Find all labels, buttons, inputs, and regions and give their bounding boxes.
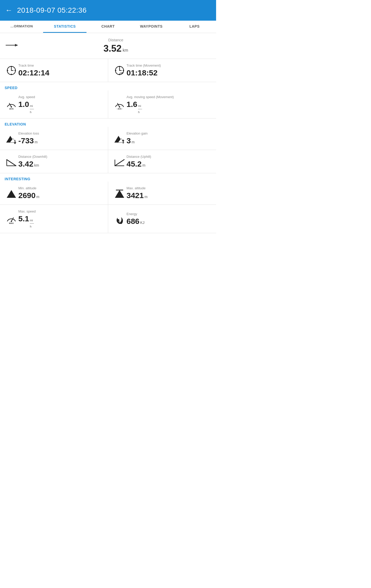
- elevation-row: Elevation loss -733 m Elevation gain: [0, 127, 216, 150]
- speed-section-header: SPEED: [0, 82, 216, 90]
- svg-marker-39: [115, 190, 124, 198]
- distance-downhill-label: Distance (Downhill): [18, 155, 104, 159]
- statistics-content: Distance 3.52 km Trac: [0, 33, 216, 233]
- avg-speed-cell: AVG Avg. speed 1.0 mi ── h: [0, 90, 108, 118]
- min-altitude-cell: Min. altitude 2690 m: [0, 182, 108, 205]
- elevation-gain-icon: [112, 133, 127, 144]
- track-time-label: Track time: [18, 64, 104, 67]
- min-altitude-label: Min. altitude: [18, 186, 104, 190]
- distance-icon: [5, 43, 21, 49]
- track-time-data: Track time 02:12:14: [18, 64, 104, 77]
- elevation-gain-value: 3 m: [127, 136, 212, 145]
- max-altitude-value: 3421 m: [127, 191, 212, 200]
- clock-movement-icon: [112, 65, 127, 76]
- svg-point-22: [119, 106, 120, 108]
- interesting-section-header: INTERESTING: [0, 173, 216, 182]
- track-time-movement-value: 01:18:52: [127, 68, 212, 77]
- elevation-gain-data: Elevation gain 3 m: [127, 131, 212, 145]
- distance-info: Distance 3.52 km: [21, 38, 211, 54]
- energy-label: Energy: [127, 212, 212, 216]
- avg-speed-icon: AVG: [4, 98, 18, 111]
- distance-uphill-cell: Distance (Uphill) 45.2 m: [108, 150, 216, 173]
- max-speed-value: 5.1 mi ── h: [18, 214, 104, 228]
- distance-value: 3.52 km: [21, 43, 211, 54]
- avg-moving-speed-cell: →AVG→ Avg. moving speed (Movement) 1.6 m…: [108, 90, 216, 118]
- avg-moving-speed-value: 1.6 mi ── h: [127, 100, 212, 114]
- track-time-row: Track time 02:12:14: [0, 59, 216, 82]
- tab-statistics[interactable]: STATISTICS: [43, 21, 86, 33]
- avg-moving-speed-data: Avg. moving speed (Movement) 1.6 mi ── h: [127, 95, 212, 114]
- min-altitude-data: Min. altitude 2690 m: [18, 186, 104, 200]
- elevation-gain-cell: Elevation gain 3 m: [108, 127, 216, 150]
- elevation-loss-data: Elevation loss -733 m: [18, 131, 104, 145]
- svg-point-12: [115, 70, 116, 71]
- max-altitude-label: Max. altitude: [127, 186, 212, 190]
- svg-point-44: [119, 220, 121, 222]
- svg-marker-38: [7, 190, 16, 198]
- energy-icon: [112, 213, 127, 224]
- header-title: 2018-09-07 05:22:36: [17, 6, 87, 14]
- track-time-movement-cell: Track time (Movement) 01:18:52: [108, 59, 216, 82]
- svg-line-35: [115, 160, 124, 166]
- distance-row: Distance 3.52 km: [0, 33, 216, 59]
- clock-icon: [4, 65, 18, 76]
- speed-energy-row: MAX Max. speed 5.1 mi ── h: [0, 205, 216, 233]
- distance-label: Distance: [21, 38, 211, 42]
- track-time-cell: Track time 02:12:14: [0, 59, 108, 82]
- svg-marker-27: [14, 143, 16, 144]
- max-altitude-cell: Max. altitude 3421 m: [108, 182, 216, 205]
- header: ← 2018-09-07 05:22:36: [0, 0, 216, 21]
- max-altitude-icon: [112, 187, 127, 199]
- speed-row: AVG Avg. speed 1.0 mi ── h: [0, 90, 216, 119]
- max-altitude-data: Max. altitude 3421 m: [127, 186, 212, 200]
- uphill-icon: [112, 156, 127, 167]
- tab-chart[interactable]: CHART: [86, 21, 130, 33]
- svg-point-19: [11, 106, 12, 108]
- tab-information[interactable]: …ORMATION: [0, 21, 43, 33]
- distance-downhill-data: Distance (Downhill) 3.42 km: [18, 155, 104, 168]
- svg-text:→AVG→: →AVG→: [116, 108, 123, 110]
- svg-point-8: [11, 74, 12, 75]
- distance-slope-row: Distance (Downhill) 3.42 km Distance (Up…: [0, 150, 216, 173]
- svg-marker-1: [15, 44, 18, 46]
- max-speed-cell: MAX Max. speed 5.1 mi ── h: [0, 205, 108, 233]
- min-altitude-value: 2690 m: [18, 191, 104, 200]
- elevation-loss-cell: Elevation loss -733 m: [0, 127, 108, 150]
- track-time-value: 02:12:14: [18, 68, 104, 77]
- downhill-icon: [4, 156, 18, 167]
- max-speed-data: Max. speed 5.1 mi ── h: [18, 209, 104, 228]
- elevation-section-header: ELEVATION: [0, 119, 216, 127]
- svg-text:AVG: AVG: [9, 108, 13, 110]
- svg-line-32: [7, 160, 16, 166]
- elevation-gain-label: Elevation gain: [127, 131, 212, 135]
- energy-data: Energy 686 KJ: [127, 212, 212, 226]
- elevation-loss-value: -733 m: [18, 136, 104, 145]
- svg-point-13: [123, 70, 124, 71]
- distance-uphill-value: 45.2 m: [127, 160, 212, 168]
- avg-speed-label: Avg. speed: [18, 95, 104, 99]
- avg-moving-speed-label: Avg. moving speed (Movement): [127, 95, 212, 99]
- min-altitude-icon: [4, 187, 18, 199]
- altitude-row: Min. altitude 2690 m Max. altitude 3421: [0, 182, 216, 205]
- max-speed-label: Max. speed: [18, 209, 104, 213]
- energy-value: 686 KJ: [127, 217, 212, 226]
- svg-point-7: [11, 66, 12, 67]
- svg-point-5: [7, 70, 8, 71]
- distance-uphill-data: Distance (Uphill) 45.2 m: [127, 155, 212, 168]
- elevation-loss-label: Elevation loss: [18, 131, 104, 135]
- distance-downhill-value: 3.42 km: [18, 160, 104, 168]
- energy-cell: Energy 686 KJ: [108, 205, 216, 233]
- svg-point-14: [119, 66, 120, 67]
- svg-point-15: [119, 74, 120, 75]
- svg-point-42: [11, 221, 12, 222]
- elevation-loss-icon: [4, 133, 18, 144]
- tab-waypoints[interactable]: WAYPOINTS: [130, 21, 173, 33]
- track-time-movement-label: Track time (Movement): [127, 64, 212, 67]
- avg-speed-value: 1.0 mi ── h: [18, 100, 104, 114]
- distance-uphill-label: Distance (Uphill): [127, 155, 212, 159]
- distance-downhill-cell: Distance (Downhill) 3.42 km: [0, 150, 108, 173]
- track-time-movement-data: Track time (Movement) 01:18:52: [127, 64, 212, 77]
- back-button[interactable]: ←: [5, 6, 12, 14]
- avg-moving-speed-icon: →AVG→: [112, 98, 127, 111]
- tab-laps[interactable]: LAPS: [173, 21, 216, 33]
